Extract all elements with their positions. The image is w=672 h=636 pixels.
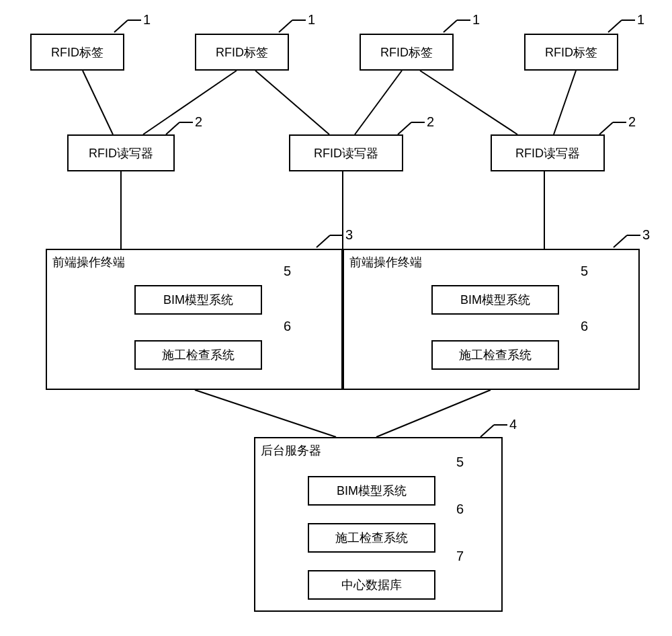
construction-inspection-box: 施工检查系统 bbox=[431, 340, 559, 370]
rfid-reader-box: RFID读写器 bbox=[67, 134, 175, 171]
svg-line-43 bbox=[195, 390, 336, 437]
number-3: 3 bbox=[345, 227, 353, 243]
number-3: 3 bbox=[642, 227, 650, 243]
bim-system-box: BIM模型系统 bbox=[134, 285, 262, 315]
number-1: 1 bbox=[308, 12, 315, 28]
number-6: 6 bbox=[456, 502, 464, 517]
bim-system-box: BIM模型系统 bbox=[308, 476, 435, 506]
backend-server-box: 后台服务器 BIM模型系统 施工检查系统 中心数据库 bbox=[254, 437, 503, 612]
number-6: 6 bbox=[581, 319, 588, 334]
number-4: 4 bbox=[509, 417, 517, 432]
rfid-tag-box: RFID标签 bbox=[360, 34, 454, 71]
svg-line-14 bbox=[317, 235, 330, 247]
rfid-tag-label: RFID标签 bbox=[51, 44, 103, 61]
construction-inspection-box: 施工检查系统 bbox=[308, 523, 435, 553]
number-1: 1 bbox=[143, 12, 151, 28]
bim-system-box: BIM模型系统 bbox=[431, 285, 559, 315]
svg-line-35 bbox=[143, 71, 237, 134]
svg-line-8 bbox=[166, 122, 179, 134]
bim-system-label: BIM模型系统 bbox=[460, 292, 530, 308]
rfid-tag-label: RFID标签 bbox=[216, 44, 268, 61]
central-database-box: 中心数据库 bbox=[308, 570, 435, 600]
number-7: 7 bbox=[456, 549, 464, 564]
frontend-terminal-label: 前端操作终端 bbox=[52, 254, 125, 270]
svg-line-6 bbox=[608, 20, 622, 32]
svg-line-39 bbox=[554, 71, 576, 134]
svg-line-4 bbox=[444, 20, 457, 32]
diagram-canvas: RFID标签 1 RFID标签 1 RFID标签 1 RFID标签 1 RFID… bbox=[0, 0, 672, 636]
svg-line-2 bbox=[279, 20, 292, 32]
rfid-reader-box: RFID读写器 bbox=[289, 134, 403, 171]
number-2: 2 bbox=[628, 114, 636, 130]
backend-server-label: 后台服务器 bbox=[261, 442, 321, 459]
rfid-reader-box: RFID读写器 bbox=[491, 134, 605, 171]
number-6: 6 bbox=[284, 319, 291, 334]
number-1: 1 bbox=[472, 12, 480, 28]
construction-inspection-label: 施工检查系统 bbox=[162, 347, 235, 363]
svg-line-26 bbox=[480, 425, 494, 437]
frontend-terminal-label: 前端操作终端 bbox=[349, 254, 422, 270]
svg-line-44 bbox=[376, 390, 491, 437]
frontend-terminal-box: 前端操作终端 BIM模型系统 施工检查系统 bbox=[343, 249, 640, 390]
rfid-tag-box: RFID标签 bbox=[524, 34, 618, 71]
svg-line-0 bbox=[114, 20, 128, 32]
bim-system-label: BIM模型系统 bbox=[163, 292, 233, 308]
construction-inspection-label: 施工检查系统 bbox=[459, 347, 532, 363]
construction-inspection-label: 施工检查系统 bbox=[335, 530, 408, 546]
number-1: 1 bbox=[637, 12, 644, 28]
svg-line-38 bbox=[420, 71, 517, 134]
frontend-terminal-box: 前端操作终端 BIM模型系统 施工检查系统 bbox=[46, 249, 343, 390]
svg-line-12 bbox=[599, 122, 613, 134]
number-2: 2 bbox=[427, 114, 434, 130]
rfid-reader-label: RFID读写器 bbox=[89, 145, 153, 161]
construction-inspection-box: 施工检查系统 bbox=[134, 340, 262, 370]
rfid-reader-label: RFID读写器 bbox=[515, 145, 580, 161]
rfid-tag-label: RFID标签 bbox=[545, 44, 597, 61]
svg-line-16 bbox=[614, 235, 627, 247]
number-5: 5 bbox=[456, 454, 464, 470]
number-2: 2 bbox=[195, 114, 202, 130]
number-5: 5 bbox=[581, 264, 588, 279]
rfid-tag-box: RFID标签 bbox=[30, 34, 124, 71]
bim-system-label: BIM模型系统 bbox=[337, 483, 407, 499]
central-database-label: 中心数据库 bbox=[341, 577, 402, 593]
svg-line-37 bbox=[355, 71, 402, 134]
number-5: 5 bbox=[284, 264, 291, 279]
rfid-tag-label: RFID标签 bbox=[380, 44, 433, 61]
svg-line-36 bbox=[255, 71, 329, 134]
rfid-reader-label: RFID读写器 bbox=[314, 145, 378, 161]
rfid-tag-box: RFID标签 bbox=[195, 34, 289, 71]
svg-line-10 bbox=[398, 122, 411, 134]
svg-line-34 bbox=[83, 71, 113, 134]
